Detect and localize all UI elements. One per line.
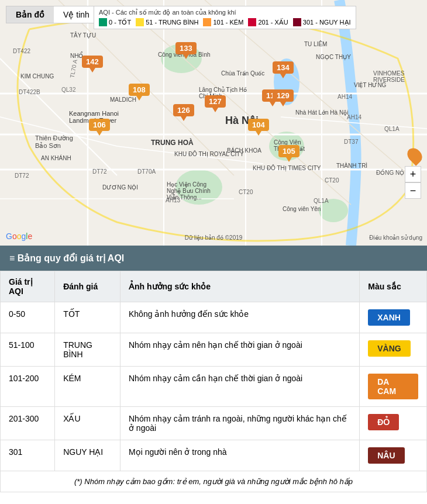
place-dt422: DT422 bbox=[13, 48, 30, 54]
cell-effect-3: Nhóm nhạy cảm tránh ra ngoài, những ngườ… bbox=[120, 407, 359, 440]
place-thanhTri: THÀNH TRÌ bbox=[336, 163, 367, 169]
cell-effect-1: Nhóm nhạy cảm nên hạn chế thời gian ở ng… bbox=[120, 333, 359, 367]
table-header-row: Giá trị AQI Đánh giá Ảnh hưởng sức khỏe … bbox=[1, 271, 427, 302]
table-row: 0-50 TỐT Không ảnh hưởng đến sức khỏe XA… bbox=[1, 302, 427, 333]
aqi-marker-104[interactable]: 104 bbox=[248, 119, 269, 136]
aqi-legend: AQI - Các chỉ số mức độ an toàn của khôn… bbox=[94, 6, 356, 29]
aqi-marker-133[interactable]: 133 bbox=[175, 42, 197, 59]
scale-item-xau: 201 - XẤU bbox=[248, 18, 288, 26]
map-terms[interactable]: Điều khoản sử dụng bbox=[369, 234, 422, 241]
place-dt37: DT37 bbox=[344, 139, 358, 145]
map-copyright: Dữ liệu bản đồ ©2019 bbox=[185, 234, 243, 241]
zoom-out-button[interactable]: − bbox=[405, 182, 421, 199]
color-badge-nau: NÂU bbox=[368, 447, 404, 464]
map-container: Bản đồ Vệ tinh AQI - Các chỉ số mức độ a… bbox=[0, 0, 427, 246]
aqi-marker-127[interactable]: 127 bbox=[205, 95, 226, 112]
place-royalcity: KHU ĐÔ THỊ ROYAL CITY bbox=[174, 151, 244, 157]
aqi-value-105: 105 bbox=[278, 145, 299, 157]
cell-range-3: 201-300 bbox=[1, 407, 55, 440]
cell-effect-0: Không ảnh hưởng đến sức khỏe bbox=[120, 302, 359, 333]
tab-ban-do[interactable]: Bản đồ bbox=[6, 6, 54, 23]
cell-color-3: ĐỎ bbox=[360, 407, 427, 440]
cell-range-4: 301 bbox=[1, 440, 55, 471]
table-row: 51-100 TRUNG BÌNH Nhóm nhạy cảm nên hạn … bbox=[1, 333, 427, 367]
table-header: ≡ Bảng quy đổi giá trị AQI bbox=[0, 246, 427, 271]
aqi-tail-108 bbox=[136, 96, 142, 101]
place-chuatranquoc: Chùa Trấn Quốc bbox=[221, 70, 264, 77]
place-vinhomes: VINHOMES RIVERSIDE bbox=[373, 70, 408, 83]
cell-color-1: VÀNG bbox=[360, 333, 427, 367]
place-thienduong: Thiên Đường Bảo Sơn bbox=[35, 134, 82, 150]
aqi-value-133: 133 bbox=[175, 42, 197, 54]
scale-item-trungbinh: 51 - TRUNG BÌNH bbox=[136, 18, 198, 26]
place-ct20-1: CT20 bbox=[239, 189, 253, 195]
table-row: 201-300 XẤU Nhóm nhạy cảm tránh ra ngoài… bbox=[1, 407, 427, 440]
place-dt72-1: DT72 bbox=[15, 172, 29, 179]
aqi-tail-126 bbox=[181, 116, 187, 121]
aqi-marker-106[interactable]: 106 bbox=[89, 119, 110, 136]
aqi-value-104: 104 bbox=[248, 119, 269, 131]
aqi-value-127: 127 bbox=[205, 95, 226, 108]
cell-rating-3: XẤU bbox=[55, 407, 120, 440]
aqi-marker-105[interactable]: 105 bbox=[278, 145, 299, 162]
aqi-marker-108[interactable]: 108 bbox=[129, 84, 150, 101]
color-badge-dacam: DA CAM bbox=[368, 374, 418, 399]
cell-effect-4: Mọi người nên ở trong nhà bbox=[120, 440, 359, 471]
place-ah14-2: AH14 bbox=[347, 114, 361, 120]
cell-range-0: 0-50 bbox=[1, 302, 55, 333]
col-color: Màu sắc bbox=[360, 271, 427, 302]
scale-item-kem: 101 - KÉM bbox=[203, 18, 243, 26]
place-ah14-1: AH14 bbox=[338, 94, 352, 100]
scale-item-tot: 0 - TỐT bbox=[99, 18, 131, 26]
place-tuliem: TU LIÊM bbox=[304, 41, 327, 47]
table-title: ≡ Bảng quy đổi giá trị AQI bbox=[9, 253, 124, 264]
zoom-in-button[interactable]: + bbox=[405, 166, 421, 182]
aqi-table: Giá trị AQI Đánh giá Ảnh hưởng sức khỏe … bbox=[0, 271, 427, 471]
place-trunghoa: TRUNG HOÀ bbox=[151, 139, 194, 147]
place-dt422b: DT422B bbox=[19, 89, 40, 95]
place-tay-tuu: TÂY TỰU bbox=[70, 32, 96, 39]
cell-effect-2: Nhóm nhạy cảm cần hạn chế thời gian ở ng… bbox=[120, 367, 359, 407]
cell-range-1: 51-100 bbox=[1, 333, 55, 367]
aqi-tail-105 bbox=[286, 157, 292, 162]
table-section: ≡ Bảng quy đổi giá trị AQI Giá trị AQI Đ… bbox=[0, 246, 427, 492]
tab-ve-tinh[interactable]: Vệ tinh bbox=[54, 6, 99, 23]
place-duongnoi: DƯƠNG NỘI bbox=[102, 184, 138, 191]
place-ct20-2: CT20 bbox=[325, 177, 339, 184]
cell-rating-2: KÉM bbox=[55, 367, 120, 407]
aqi-tail-142 bbox=[89, 68, 95, 73]
cell-color-2: DA CAM bbox=[360, 367, 427, 407]
table-row: 301 NGUY HẠI Mọi người nên ở trong nhà N… bbox=[1, 440, 427, 471]
aqi-marker-126[interactable]: 126 bbox=[173, 104, 194, 121]
color-badge-vang: VÀNG bbox=[368, 340, 410, 357]
aqi-value-134: 134 bbox=[273, 61, 294, 74]
aqi-value-142: 142 bbox=[82, 56, 103, 68]
place-dt70a: DT70A bbox=[137, 168, 156, 175]
scale-item-nguyhay: 301 - NGUY HẠI bbox=[293, 18, 351, 26]
aqi-value-106: 106 bbox=[89, 119, 110, 131]
aqi-value-129: 129 bbox=[273, 89, 294, 102]
aqi-tail-134 bbox=[280, 74, 286, 78]
place-dongnoi: ĐỒNG NỘI bbox=[376, 170, 406, 176]
aqi-marker-134[interactable]: 134 bbox=[273, 61, 294, 78]
cell-color-4: NÂU bbox=[360, 440, 427, 471]
place-ankhanh: AN KHÁNH bbox=[41, 155, 71, 161]
cell-range-2: 101-200 bbox=[1, 367, 55, 407]
place-kimchung: KIM CHUNG bbox=[20, 73, 54, 80]
aqi-value-108: 108 bbox=[129, 84, 150, 96]
aqi-tail-104 bbox=[256, 131, 261, 136]
aqi-tail-129 bbox=[280, 102, 286, 106]
aqi-marker-142[interactable]: 142 bbox=[82, 56, 103, 73]
map-tabs: Bản đồ Vệ tinh bbox=[6, 6, 99, 23]
aqi-marker-129[interactable]: 129 bbox=[273, 89, 294, 106]
col-rating: Đánh giá bbox=[55, 271, 120, 302]
cell-rating-0: TỐT bbox=[55, 302, 120, 333]
aqi-value-126: 126 bbox=[173, 104, 194, 116]
color-badge-do: ĐỎ bbox=[368, 414, 399, 430]
google-logo: Google bbox=[6, 232, 32, 241]
table-row: 101-200 KÉM Nhóm nhạy cảm cần hạn chế th… bbox=[1, 367, 427, 407]
cell-rating-4: NGUY HẠI bbox=[55, 440, 120, 471]
table-footnote: (*) Nhóm nhạy cảm bao gồm: trẻ em, người… bbox=[0, 471, 427, 492]
place-hocvien: Học Viện Công Nghệ Bưu Chính Viễn Thông.… bbox=[167, 181, 219, 201]
legend-title: AQI - Các chỉ số mức độ an toàn của khôn… bbox=[99, 9, 351, 16]
